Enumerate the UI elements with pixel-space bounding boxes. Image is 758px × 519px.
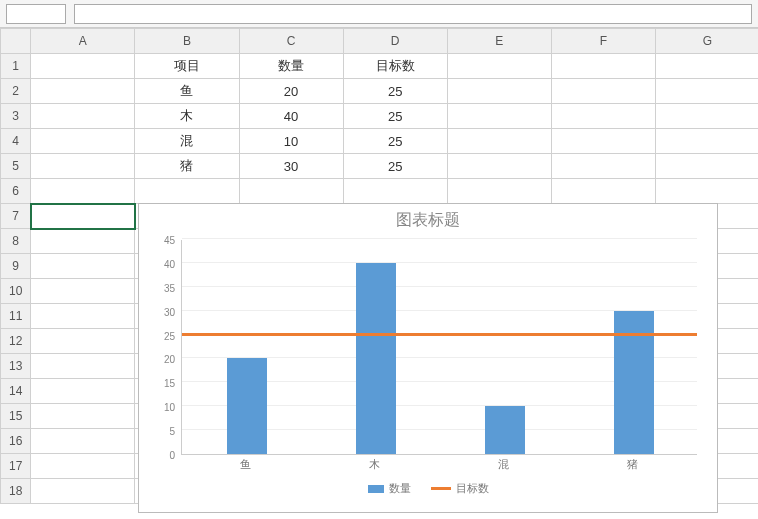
cell-D4[interactable]: 25 xyxy=(343,129,447,154)
cell-E5[interactable] xyxy=(447,154,551,179)
chart-title: 图表标题 xyxy=(149,210,707,231)
row-header-10[interactable]: 10 xyxy=(1,279,31,304)
cell-A12[interactable] xyxy=(31,329,135,354)
cell-A8[interactable] xyxy=(31,229,135,254)
col-header-D[interactable]: D xyxy=(343,29,447,54)
cell-B2[interactable]: 鱼 xyxy=(135,79,239,104)
cell-E1[interactable] xyxy=(447,54,551,79)
chart-container[interactable]: 图表标题 051015202530354045 鱼木混猪 数量 目标数 xyxy=(138,203,718,513)
cell-A13[interactable] xyxy=(31,354,135,379)
col-header-C[interactable]: C xyxy=(239,29,343,54)
chart-bar xyxy=(356,263,396,454)
cell-B4[interactable]: 混 xyxy=(135,129,239,154)
name-box[interactable] xyxy=(6,4,66,24)
cell-A2[interactable] xyxy=(31,79,135,104)
cell-A18[interactable] xyxy=(31,479,135,504)
cell-A3[interactable] xyxy=(31,104,135,129)
cell-A6[interactable] xyxy=(31,179,135,204)
row-header-7[interactable]: 7 xyxy=(1,204,31,229)
x-tick-label: 猪 xyxy=(627,457,638,472)
cell-A1[interactable] xyxy=(31,54,135,79)
y-tick-label: 10 xyxy=(164,402,175,413)
cell-A15[interactable] xyxy=(31,404,135,429)
row-header-15[interactable]: 15 xyxy=(1,404,31,429)
row-header-9[interactable]: 9 xyxy=(1,254,31,279)
chart-bar xyxy=(485,406,525,454)
cell-A14[interactable] xyxy=(31,379,135,404)
cell-E4[interactable] xyxy=(447,129,551,154)
bar-swatch-icon xyxy=(368,485,384,493)
y-tick-label: 45 xyxy=(164,235,175,246)
cell-G6[interactable] xyxy=(655,179,758,204)
row-header-4[interactable]: 4 xyxy=(1,129,31,154)
cell-C5[interactable]: 30 xyxy=(239,154,343,179)
cell-A5[interactable] xyxy=(31,154,135,179)
cell-A9[interactable] xyxy=(31,254,135,279)
cell-G5[interactable] xyxy=(655,154,758,179)
cell-D5[interactable]: 25 xyxy=(343,154,447,179)
formula-input[interactable] xyxy=(74,4,752,24)
cell-D2[interactable]: 25 xyxy=(343,79,447,104)
chart-target-line xyxy=(182,333,697,336)
cell-D3[interactable]: 25 xyxy=(343,104,447,129)
x-tick-label: 鱼 xyxy=(240,457,251,472)
row-header-1[interactable]: 1 xyxy=(1,54,31,79)
cell-A16[interactable] xyxy=(31,429,135,454)
cell-C4[interactable]: 10 xyxy=(239,129,343,154)
row-header-5[interactable]: 5 xyxy=(1,154,31,179)
cell-G3[interactable] xyxy=(655,104,758,129)
cell-A10[interactable] xyxy=(31,279,135,304)
row-header-17[interactable]: 17 xyxy=(1,454,31,479)
cell-G2[interactable] xyxy=(655,79,758,104)
y-tick-label: 20 xyxy=(164,354,175,365)
line-swatch-icon xyxy=(431,487,451,490)
col-header-F[interactable]: F xyxy=(551,29,655,54)
row-header-18[interactable]: 18 xyxy=(1,479,31,504)
cell-A4[interactable] xyxy=(31,129,135,154)
cell-F1[interactable] xyxy=(551,54,655,79)
cell-F4[interactable] xyxy=(551,129,655,154)
y-tick-label: 30 xyxy=(164,306,175,317)
cell-F3[interactable] xyxy=(551,104,655,129)
y-tick-label: 25 xyxy=(164,330,175,341)
cell-A17[interactable] xyxy=(31,454,135,479)
cell-C6[interactable] xyxy=(239,179,343,204)
cell-F5[interactable] xyxy=(551,154,655,179)
cell-D1[interactable]: 目标数 xyxy=(343,54,447,79)
cell-A11[interactable] xyxy=(31,304,135,329)
cell-G1[interactable] xyxy=(655,54,758,79)
y-tick-label: 40 xyxy=(164,258,175,269)
row-header-13[interactable]: 13 xyxy=(1,354,31,379)
cell-G4[interactable] xyxy=(655,129,758,154)
cell-E6[interactable] xyxy=(447,179,551,204)
cell-A7[interactable] xyxy=(31,204,135,229)
row-header-12[interactable]: 12 xyxy=(1,329,31,354)
col-header-B[interactable]: B xyxy=(135,29,239,54)
cell-E3[interactable] xyxy=(447,104,551,129)
row-header-14[interactable]: 14 xyxy=(1,379,31,404)
row-header-11[interactable]: 11 xyxy=(1,304,31,329)
cell-B3[interactable]: 木 xyxy=(135,104,239,129)
row-header-8[interactable]: 8 xyxy=(1,229,31,254)
row-header-3[interactable]: 3 xyxy=(1,104,31,129)
y-tick-label: 5 xyxy=(169,426,175,437)
legend-item-bar: 数量 xyxy=(368,481,411,496)
cell-C2[interactable]: 20 xyxy=(239,79,343,104)
cell-B5[interactable]: 猪 xyxy=(135,154,239,179)
row-header-6[interactable]: 6 xyxy=(1,179,31,204)
cell-D6[interactable] xyxy=(343,179,447,204)
cell-B6[interactable] xyxy=(135,179,239,204)
col-header-A[interactable]: A xyxy=(31,29,135,54)
cell-B1[interactable]: 项目 xyxy=(135,54,239,79)
cell-E2[interactable] xyxy=(447,79,551,104)
row-header-16[interactable]: 16 xyxy=(1,429,31,454)
select-all-corner[interactable] xyxy=(1,29,31,54)
spreadsheet-area: ABCDEFG 1项目数量目标数2鱼20253木40254混10255猪3025… xyxy=(0,28,758,519)
col-header-E[interactable]: E xyxy=(447,29,551,54)
cell-C3[interactable]: 40 xyxy=(239,104,343,129)
cell-C1[interactable]: 数量 xyxy=(239,54,343,79)
row-header-2[interactable]: 2 xyxy=(1,79,31,104)
col-header-G[interactable]: G xyxy=(655,29,758,54)
cell-F2[interactable] xyxy=(551,79,655,104)
cell-F6[interactable] xyxy=(551,179,655,204)
